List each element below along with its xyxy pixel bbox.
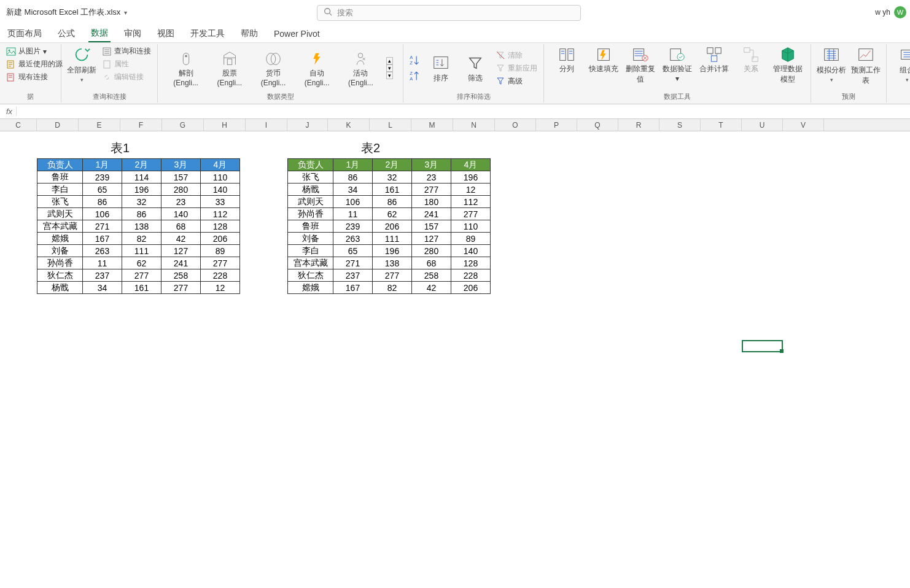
- table-cell[interactable]: 140: [161, 208, 201, 220]
- table-cell[interactable]: 167: [333, 282, 373, 294]
- table-cell[interactable]: 65: [333, 245, 373, 257]
- table-cell[interactable]: 140: [451, 245, 491, 257]
- table-cell[interactable]: 12: [451, 184, 491, 196]
- worksheet-grid[interactable]: 表1 表2 负责人1月2月3月4月鲁班239114157110李白6519628…: [0, 131, 910, 586]
- table-cell[interactable]: 127: [412, 233, 451, 245]
- table-cell[interactable]: 277: [161, 282, 201, 294]
- table-cell[interactable]: 82: [122, 233, 161, 245]
- col-header-F[interactable]: F: [120, 119, 162, 131]
- datatype-more[interactable]: ▾: [386, 72, 393, 79]
- col-header-N[interactable]: N: [453, 119, 495, 131]
- table-cell[interactable]: 张飞: [37, 196, 83, 208]
- queries-connections-button[interactable]: 查询和连接: [101, 45, 152, 57]
- table-cell[interactable]: 86: [373, 196, 412, 208]
- table-cell[interactable]: 239: [333, 220, 373, 233]
- table-cell[interactable]: 62: [373, 208, 412, 220]
- recent-sources-button[interactable]: 最近使用的源: [5, 58, 64, 70]
- table-cell[interactable]: 86: [333, 171, 373, 184]
- datatype-1[interactable]: 股票 (Engli...: [211, 50, 247, 87]
- tab-数据[interactable]: 数据: [88, 25, 111, 42]
- sort-za-icon[interactable]: ZA: [408, 69, 422, 83]
- tab-开发工具[interactable]: 开发工具: [188, 26, 227, 42]
- table-cell[interactable]: 42: [161, 233, 201, 245]
- table-cell[interactable]: 206: [451, 282, 491, 294]
- table-cell[interactable]: 11: [333, 208, 373, 220]
- table-cell[interactable]: 23: [412, 171, 451, 184]
- col-header-G[interactable]: G: [162, 119, 204, 131]
- table-header[interactable]: 4月: [201, 159, 240, 171]
- table-cell[interactable]: 32: [122, 196, 161, 208]
- datatype-0[interactable]: 解剖 (Engli...: [168, 50, 204, 87]
- table-cell[interactable]: 68: [161, 220, 201, 233]
- col-header-U[interactable]: U: [742, 119, 783, 131]
- table-cell[interactable]: 114: [122, 171, 161, 184]
- table-cell[interactable]: 110: [451, 220, 491, 233]
- table-cell[interactable]: 12: [201, 282, 240, 294]
- whatif-button[interactable]: 模拟分析 ▾: [816, 45, 847, 83]
- table-header[interactable]: 4月: [451, 159, 491, 171]
- col-header-L[interactable]: L: [370, 119, 411, 131]
- tab-帮助[interactable]: 帮助: [238, 26, 260, 42]
- col-header-C[interactable]: C: [0, 119, 37, 131]
- table-cell[interactable]: 271: [83, 220, 122, 233]
- table-cell[interactable]: 206: [201, 233, 240, 245]
- table-cell[interactable]: 277: [451, 208, 491, 220]
- table-header[interactable]: 3月: [412, 159, 451, 171]
- table-header[interactable]: 3月: [161, 159, 201, 171]
- forecast-sheet-button[interactable]: 预测工作表: [850, 45, 881, 86]
- table-cell[interactable]: 161: [122, 282, 161, 294]
- table-cell[interactable]: 271: [333, 257, 373, 269]
- datatype-down[interactable]: ▾: [386, 64, 393, 72]
- sort-button[interactable]: 排序: [426, 53, 456, 83]
- col-header-P[interactable]: P: [536, 119, 577, 131]
- table-cell[interactable]: 106: [83, 208, 122, 220]
- tab-页面布局[interactable]: 页面布局: [5, 26, 44, 42]
- col-header-I[interactable]: I: [246, 119, 287, 131]
- col-header-J[interactable]: J: [287, 119, 328, 131]
- table-cell[interactable]: 157: [412, 220, 451, 233]
- data-validation-button[interactable]: 数据验证 ▾: [659, 45, 695, 83]
- table-cell[interactable]: 82: [373, 282, 412, 294]
- col-header-D[interactable]: D: [37, 119, 79, 131]
- user-area[interactable]: w yh W: [875, 6, 906, 18]
- tab-Power Pivot[interactable]: Power Pivot: [271, 26, 322, 41]
- table-cell[interactable]: 157: [161, 171, 201, 184]
- table-cell[interactable]: 241: [412, 208, 451, 220]
- table-cell[interactable]: 228: [201, 269, 240, 282]
- table-cell[interactable]: 33: [201, 196, 240, 208]
- selected-cell[interactable]: [742, 340, 783, 352]
- table-cell[interactable]: 鲁班: [288, 220, 333, 233]
- col-header-O[interactable]: O: [495, 119, 536, 131]
- table-cell[interactable]: 138: [373, 257, 412, 269]
- advanced-filter-button[interactable]: 高级: [494, 75, 539, 87]
- table-cell[interactable]: 237: [83, 269, 122, 282]
- text-to-columns-button[interactable]: 分列: [549, 45, 585, 74]
- table-cell[interactable]: 86: [83, 196, 122, 208]
- table-cell[interactable]: 161: [373, 184, 412, 196]
- table-cell[interactable]: 263: [83, 245, 122, 257]
- table-cell[interactable]: 86: [122, 208, 161, 220]
- refresh-all-button[interactable]: 全部刷新 ▾: [66, 45, 97, 83]
- table-cell[interactable]: 34: [333, 184, 373, 196]
- datatype-4[interactable]: 活动 (Engli...: [343, 50, 379, 87]
- table-cell[interactable]: 武则天: [37, 208, 83, 220]
- table-cell[interactable]: 128: [201, 220, 240, 233]
- table-cell[interactable]: 狄仁杰: [288, 269, 333, 282]
- table-cell[interactable]: 11: [83, 257, 122, 269]
- table-cell[interactable]: 32: [373, 171, 412, 184]
- datatype-up[interactable]: ▴: [386, 57, 393, 64]
- table-cell[interactable]: 65: [83, 184, 122, 196]
- data-model-button[interactable]: 管理数据模型: [770, 45, 806, 85]
- col-header-R[interactable]: R: [618, 119, 659, 131]
- tab-公式[interactable]: 公式: [55, 26, 77, 42]
- col-header-H[interactable]: H: [204, 119, 246, 131]
- table-cell[interactable]: 258: [412, 269, 451, 282]
- consolidate-button[interactable]: 合并计算: [696, 45, 732, 74]
- sort-az-icon[interactable]: AZ: [408, 53, 422, 67]
- col-header-K[interactable]: K: [328, 119, 370, 131]
- table-cell[interactable]: 277: [373, 269, 412, 282]
- table-cell[interactable]: 277: [122, 269, 161, 282]
- workbook-filename[interactable]: 新建 Microsoft Excel 工作表.xlsx ▾: [6, 7, 127, 18]
- table-cell[interactable]: 112: [451, 196, 491, 208]
- table-cell[interactable]: 180: [412, 196, 451, 208]
